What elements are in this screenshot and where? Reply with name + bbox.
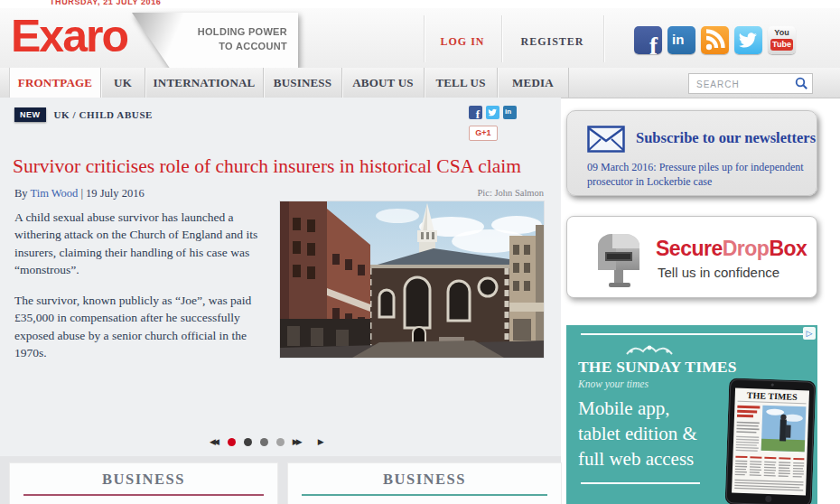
newsletter-title[interactable]: Subscribe to our newsletters: [636, 129, 816, 147]
breadcrumb: NEW UK / CHILD ABUSE: [14, 107, 153, 122]
nav-tab-media[interactable]: MEDIA: [498, 68, 569, 98]
section-card-business-left: BUSINESS: [9, 462, 278, 504]
breadcrumb-label[interactable]: UK / CHILD ABUSE: [54, 109, 154, 120]
twitter-icon[interactable]: [734, 26, 762, 54]
nav-tab-business[interactable]: BUSINESS: [264, 68, 342, 98]
search-input[interactable]: [695, 74, 793, 95]
article-headline[interactable]: Survivor criticises role of church insur…: [13, 155, 547, 178]
facebook-icon[interactable]: f: [634, 26, 662, 54]
section-title[interactable]: BUSINESS: [10, 471, 277, 489]
byline: By Tim Wood | 19 July 2016: [14, 187, 145, 201]
main-nav: FRONTPAGE UK INTERNATIONAL BUSINESS ABOU…: [0, 68, 840, 98]
nav-tab-tell-us[interactable]: TELL US: [425, 68, 498, 98]
crest-icon: [622, 343, 677, 356]
linkedin-icon[interactable]: in: [667, 26, 695, 54]
nav-tab-international[interactable]: INTERNATIONAL: [145, 68, 264, 98]
carousel-next-button[interactable]: ▶▶: [293, 437, 303, 446]
svg-text:THE TIMES: THE TIMES: [747, 390, 798, 402]
twitter-share-icon[interactable]: [486, 106, 499, 119]
author-link[interactable]: Tim Wood: [31, 187, 79, 200]
sunday-times-ad[interactable]: ▷ THE SUNDAY TIMES Know your times Mobil…: [566, 325, 817, 504]
nav-tab-frontpage[interactable]: FRONTPAGE: [9, 68, 101, 98]
newsletter-box[interactable]: Subscribe to our newsletters 09 March 20…: [566, 110, 817, 196]
youtube-icon[interactable]: You Tube: [768, 26, 796, 54]
ad-offer-text: Mobile app, tablet edition & full web ac…: [578, 397, 697, 472]
mailbox-icon: [591, 223, 647, 292]
section-accent-rule: [302, 494, 547, 496]
tablet-graphic: THE TIMES: [725, 378, 817, 504]
linkedin-share-icon[interactable]: in: [503, 106, 517, 119]
securedropbox-tagline: Tell us in confidence: [658, 265, 779, 280]
exaro-logo[interactable]: Exaro: [11, 10, 127, 62]
date-text: THURSDAY, 21 JULY 2016: [50, 0, 840, 6]
ad-brand: THE SUNDAY TIMES: [578, 358, 737, 377]
content-area: NEW UK / CHILD ABUSE f in G+1 Survivor c…: [0, 98, 840, 504]
divider: [603, 15, 605, 62]
article-body: A child sexual abuse survivor has launch…: [14, 209, 275, 375]
carousel-dot[interactable]: [276, 438, 285, 446]
search-icon[interactable]: [795, 77, 808, 90]
exaro-news-page: THURSDAY, 21 JULY 2016 Exaro HOLDING POW…: [0, 0, 840, 504]
gplus-button[interactable]: G+1: [469, 126, 498, 141]
paragraph: A child sexual abuse survivor has launch…: [14, 209, 275, 278]
paragraph: The survivor, known publicly as “Joe”, w…: [14, 292, 275, 361]
photo-credit: Pic: John Salmon: [379, 188, 544, 198]
securedropbox-wordmark: SecureDropBox: [656, 237, 807, 261]
adchoices-icon[interactable]: ▷: [803, 327, 816, 340]
section-title[interactable]: BUSINESS: [288, 471, 561, 489]
facebook-share-icon[interactable]: f: [469, 106, 482, 119]
securedropbox-banner[interactable]: SecureDropBox Tell us in confidence: [566, 216, 817, 298]
church-photo: [280, 201, 544, 358]
rss-icon[interactable]: [701, 26, 729, 54]
section-accent-rule: [23, 494, 264, 496]
register-link[interactable]: REGISTER: [501, 35, 603, 49]
carousel-dot[interactable]: [244, 438, 252, 446]
tagline: HOLDING POWER TO ACCOUNT: [198, 24, 287, 53]
ad-rule: [581, 482, 700, 484]
tagline-flap: HOLDING POWER TO ACCOUNT: [132, 13, 298, 69]
newsletter-item-link[interactable]: 09 March 2016: Pressure piles up for ind…: [587, 160, 806, 189]
carousel-dot[interactable]: [260, 438, 268, 446]
carousel-controls: ◀◀ ▶▶ ▶: [210, 437, 324, 446]
search-box: [688, 73, 813, 94]
site-header: Exaro HOLDING POWER TO ACCOUNT LOG IN RE…: [0, 8, 840, 68]
login-link[interactable]: LOG IN: [424, 35, 501, 49]
carousel-dot-active[interactable]: [228, 438, 236, 446]
share-icon-bar: f in: [469, 106, 517, 119]
ad-slogan: Know your times: [578, 378, 649, 389]
envelope-icon: [587, 126, 625, 153]
carousel-prev-button[interactable]: ◀◀: [210, 437, 219, 446]
carousel-play-button[interactable]: ▶: [318, 437, 324, 446]
nav-tab-about-us[interactable]: ABOUT US: [342, 68, 425, 98]
social-icon-bar: f in You Tube: [634, 26, 796, 54]
new-badge: NEW: [14, 107, 46, 122]
section-card-business-right: BUSINESS: [287, 462, 562, 504]
nav-tab-uk[interactable]: UK: [101, 68, 145, 98]
ad-rule: [581, 333, 803, 335]
date-bar: THURSDAY, 21 JULY 2016: [0, 0, 840, 8]
